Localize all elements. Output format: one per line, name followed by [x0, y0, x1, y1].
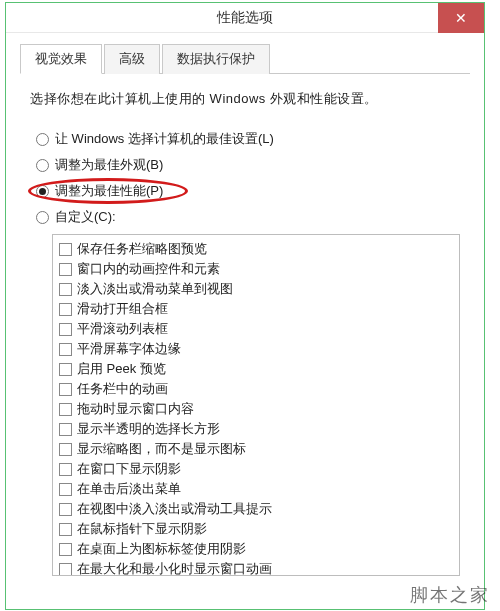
- checkbox-row[interactable]: 显示半透明的选择长方形: [59, 419, 453, 439]
- checkbox-row[interactable]: 平滑滚动列表框: [59, 319, 453, 339]
- radio-label: 让 Windows 选择计算机的最佳设置(L): [55, 130, 274, 148]
- checkbox-label: 平滑滚动列表框: [77, 320, 168, 338]
- checkbox-label: 在最大化和最小化时显示窗口动画: [77, 560, 272, 576]
- radio-group: 让 Windows 选择计算机的最佳设置(L) 调整为最佳外观(B) 调整为最佳…: [36, 130, 460, 226]
- checkbox-label: 滑动打开组合框: [77, 300, 168, 318]
- checkbox-icon: [59, 443, 72, 456]
- checkbox-icon: [59, 483, 72, 496]
- checkbox-row[interactable]: 任务栏中的动画: [59, 379, 453, 399]
- radio-let-windows-choose[interactable]: 让 Windows 选择计算机的最佳设置(L): [36, 130, 460, 148]
- tab-visual-effects[interactable]: 视觉效果: [20, 44, 102, 74]
- checkbox-row[interactable]: 窗口内的动画控件和元素: [59, 259, 453, 279]
- checkbox-icon: [59, 303, 72, 316]
- checkbox-icon: [59, 263, 72, 276]
- effects-checklist[interactable]: 保存任务栏缩略图预览窗口内的动画控件和元素淡入淡出或滑动菜单到视图滑动打开组合框…: [52, 234, 460, 576]
- checkbox-label: 显示半透明的选择长方形: [77, 420, 220, 438]
- checkbox-label: 在单击后淡出菜单: [77, 480, 181, 498]
- radio-custom[interactable]: 自定义(C):: [36, 208, 460, 226]
- performance-options-window: 性能选项 ✕ 视觉效果 高级 数据执行保护 选择你想在此计算机上使用的 Wind…: [5, 2, 485, 610]
- checkbox-label: 在窗口下显示阴影: [77, 460, 181, 478]
- checkbox-icon: [59, 403, 72, 416]
- checkbox-icon: [59, 323, 72, 336]
- checkbox-row[interactable]: 拖动时显示窗口内容: [59, 399, 453, 419]
- radio-icon: [36, 185, 49, 198]
- checkbox-icon: [59, 523, 72, 536]
- checkbox-icon: [59, 463, 72, 476]
- checkbox-row[interactable]: 在最大化和最小化时显示窗口动画: [59, 559, 453, 576]
- radio-icon: [36, 211, 49, 224]
- radio-label: 调整为最佳性能(P): [55, 182, 163, 200]
- radio-icon: [36, 159, 49, 172]
- checkbox-label: 显示缩略图，而不是显示图标: [77, 440, 246, 458]
- checkbox-icon: [59, 283, 72, 296]
- radio-label: 自定义(C):: [55, 208, 116, 226]
- checkbox-label: 平滑屏幕字体边缘: [77, 340, 181, 358]
- checkbox-icon: [59, 563, 72, 576]
- checkbox-icon: [59, 243, 72, 256]
- checkbox-label: 启用 Peek 预览: [77, 360, 166, 378]
- checkbox-label: 窗口内的动画控件和元素: [77, 260, 220, 278]
- checkbox-icon: [59, 503, 72, 516]
- checkbox-label: 拖动时显示窗口内容: [77, 400, 194, 418]
- radio-icon: [36, 133, 49, 146]
- tab-advanced[interactable]: 高级: [104, 44, 160, 74]
- checkbox-label: 在鼠标指针下显示阴影: [77, 520, 207, 538]
- checkbox-icon: [59, 423, 72, 436]
- radio-label: 调整为最佳外观(B): [55, 156, 163, 174]
- checkbox-icon: [59, 543, 72, 556]
- radio-best-appearance[interactable]: 调整为最佳外观(B): [36, 156, 460, 174]
- checkbox-row[interactable]: 启用 Peek 预览: [59, 359, 453, 379]
- checkbox-row[interactable]: 显示缩略图，而不是显示图标: [59, 439, 453, 459]
- checkbox-row[interactable]: 在窗口下显示阴影: [59, 459, 453, 479]
- close-icon: ✕: [455, 10, 467, 26]
- checkbox-row[interactable]: 在视图中淡入淡出或滑动工具提示: [59, 499, 453, 519]
- checkbox-label: 在视图中淡入淡出或滑动工具提示: [77, 500, 272, 518]
- checkbox-label: 任务栏中的动画: [77, 380, 168, 398]
- checkbox-icon: [59, 383, 72, 396]
- checkbox-icon: [59, 363, 72, 376]
- radio-best-performance[interactable]: 调整为最佳性能(P): [36, 182, 460, 200]
- checkbox-row[interactable]: 滑动打开组合框: [59, 299, 453, 319]
- client-area: 视觉效果 高级 数据执行保护 选择你想在此计算机上使用的 Windows 外观和…: [6, 33, 484, 586]
- checkbox-icon: [59, 343, 72, 356]
- tabstrip: 视觉效果 高级 数据执行保护: [20, 43, 470, 74]
- tabpage-visual-effects: 选择你想在此计算机上使用的 Windows 外观和性能设置。 让 Windows…: [20, 74, 470, 586]
- close-button[interactable]: ✕: [438, 3, 484, 33]
- checkbox-label: 淡入淡出或滑动菜单到视图: [77, 280, 233, 298]
- checkbox-row[interactable]: 在单击后淡出菜单: [59, 479, 453, 499]
- checkbox-row[interactable]: 淡入淡出或滑动菜单到视图: [59, 279, 453, 299]
- description-text: 选择你想在此计算机上使用的 Windows 外观和性能设置。: [30, 90, 460, 108]
- checkbox-row[interactable]: 保存任务栏缩略图预览: [59, 239, 453, 259]
- checkbox-row[interactable]: 在桌面上为图标标签使用阴影: [59, 539, 453, 559]
- tab-dep[interactable]: 数据执行保护: [162, 44, 270, 74]
- checkbox-label: 在桌面上为图标标签使用阴影: [77, 540, 246, 558]
- checkbox-row[interactable]: 平滑屏幕字体边缘: [59, 339, 453, 359]
- titlebar: 性能选项 ✕: [6, 3, 484, 33]
- window-title: 性能选项: [217, 9, 273, 27]
- checkbox-label: 保存任务栏缩略图预览: [77, 240, 207, 258]
- checkbox-row[interactable]: 在鼠标指针下显示阴影: [59, 519, 453, 539]
